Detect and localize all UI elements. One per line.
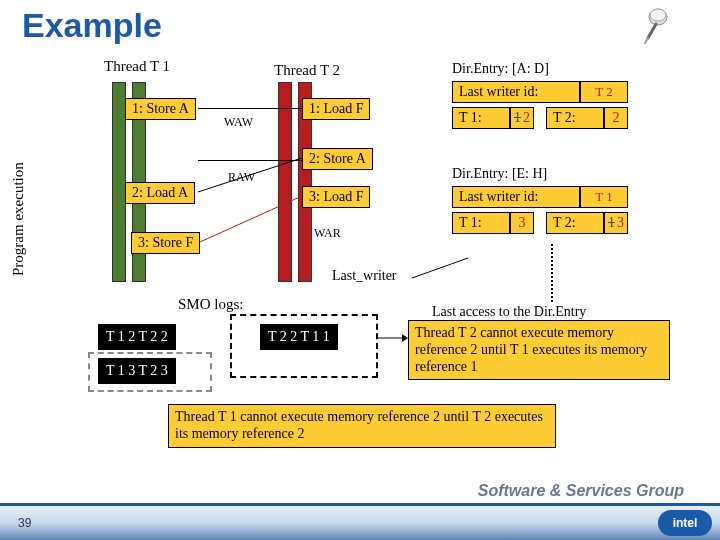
smo-box-1: T 1 2 T 2 2 — [98, 324, 176, 350]
dir-a-t1-val: 12 — [510, 107, 534, 129]
war-line — [200, 196, 306, 246]
smo-dashed-box-2 — [88, 352, 212, 392]
dir-a-t2-label: T 2: — [546, 107, 604, 129]
dir-e-t1-val: 3 — [510, 212, 534, 234]
instr-t1-3: 3: Store F — [131, 232, 200, 254]
msg-t1-cannot: Thread T 1 cannot execute memory referen… — [168, 404, 556, 448]
dir-a-last-writer-val: T 2 — [580, 81, 628, 103]
thread-t1-bar — [112, 82, 126, 282]
dir-e-t2-val: 13 — [604, 212, 628, 234]
slide-title: Example — [22, 6, 162, 45]
last-access-dotted-line — [551, 244, 553, 302]
dir-a-t1-label: T 1: — [452, 107, 510, 129]
footer-bar — [0, 506, 720, 540]
dir-e-last-writer-val: T 1 — [580, 186, 628, 208]
instr-t1-1: 1: Store A — [125, 98, 196, 120]
dir-e-t1-label: T 1: — [452, 212, 510, 234]
arrow-icon — [378, 332, 408, 344]
program-execution-axis-label: Program execution — [10, 162, 27, 276]
hazard-waw: WAW — [224, 115, 253, 130]
last-writer-label: Last_writer — [332, 268, 397, 284]
hazard-raw: RAW — [228, 170, 255, 185]
svg-line-4 — [412, 258, 468, 278]
smo-logs-label: SMO logs: — [178, 296, 243, 313]
instr-t2-1: 1: Load F — [302, 98, 370, 120]
svg-point-1 — [650, 9, 666, 21]
page-number: 39 — [18, 516, 31, 530]
thread-t2-label: Thread T 2 — [274, 62, 340, 79]
dir-a-header: Dir.Entry: [A: D] — [452, 61, 678, 77]
dir-a-t2-val: 2 — [604, 107, 628, 129]
instr-t1-2: 2: Load A — [125, 182, 195, 204]
dir-a-last-writer-label: Last writer id: — [452, 81, 580, 103]
svg-line-3 — [200, 196, 302, 242]
instr-t2-3: 3: Load F — [302, 186, 370, 208]
footer-group-text: Software & Services Group — [478, 482, 684, 500]
dir-entry-ad: Dir.Entry: [A: D] Last writer id: T 2 T … — [452, 61, 678, 133]
intel-logo-icon: intel — [658, 510, 712, 536]
last-access-note: Last access to the Dir.Entry — [432, 304, 586, 320]
pushpin-icon — [636, 4, 676, 44]
dir-e-last-writer-label: Last writer id: — [452, 186, 580, 208]
thread-t1-label: Thread T 1 — [104, 58, 170, 75]
dir-e-t2-label: T 2: — [546, 212, 604, 234]
last-writer-arrow — [412, 256, 476, 284]
hazard-war: WAR — [314, 226, 341, 241]
msg-t2-cannot: Thread T 2 cannot execute memory referen… — [408, 320, 670, 380]
instr-t2-2: 2: Store A — [302, 148, 373, 170]
dir-e-header: Dir.Entry: [E: H] — [452, 166, 678, 182]
dir-entry-eh: Dir.Entry: [E: H] Last writer id: T 1 T … — [452, 166, 678, 238]
smo-dashed-box — [230, 314, 378, 378]
